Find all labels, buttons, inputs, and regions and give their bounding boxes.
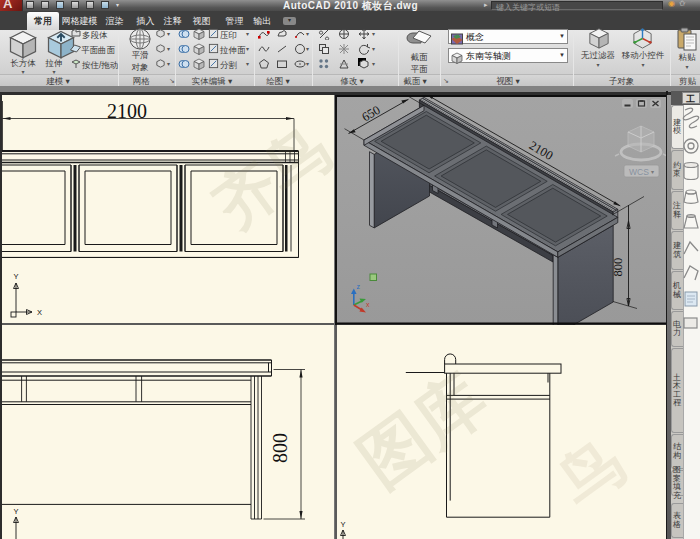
svg-text:Y: Y: [340, 520, 345, 529]
svg-text:Y: Y: [13, 272, 18, 281]
svg-text:WCS: WCS: [629, 167, 649, 177]
svg-text:▾: ▾: [651, 169, 654, 175]
svg-text:x: x: [366, 301, 370, 308]
svg-text:800: 800: [269, 433, 291, 463]
svg-text:X: X: [37, 308, 42, 317]
svg-text:z: z: [357, 283, 361, 290]
svg-text:800: 800: [611, 258, 625, 277]
svg-text:2100: 2100: [107, 100, 147, 122]
svg-text:Y: Y: [13, 507, 18, 516]
svg-text:650: 650: [359, 103, 382, 124]
